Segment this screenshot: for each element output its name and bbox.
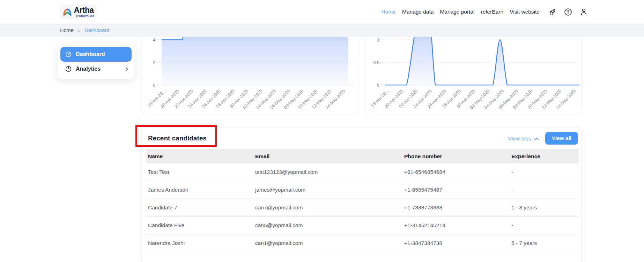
nav-icons: ? (548, 0, 588, 24)
main-nav: HomeManage dataManage portalreferEarnVis… (382, 0, 540, 24)
sidebar: DashboardAnalytics (58, 44, 134, 79)
nav-link-manage-data[interactable]: Manage data (402, 9, 434, 15)
recent-candidates-title: Recent candidates (148, 134, 207, 142)
y-axis-label: 1 (377, 38, 379, 43)
y-axis-label: 0 (153, 83, 155, 88)
nav-link-visit-website[interactable]: Visit website (510, 9, 540, 15)
help-icon[interactable]: ? (563, 7, 572, 16)
column-header-experience: Experience (510, 149, 579, 163)
table-row: Candidate 7can7@yopmail.com+1-7888778888… (146, 199, 579, 217)
svg-text:?: ? (567, 9, 569, 14)
breadcrumb-separator: > (78, 28, 81, 33)
recent-candidates-card: Recent candidates View less View all Nam… (142, 127, 582, 262)
cell-experience: - (510, 163, 579, 181)
sidebar-item-label: Dashboard (76, 51, 105, 57)
cell-name: Candidate Five (146, 217, 253, 234)
cell-phone: +91-6546854684 (402, 163, 510, 181)
cell-phone: +1-8585475487 (402, 181, 510, 199)
column-header-name: Name (146, 149, 253, 163)
y-axis-label: 0 (377, 83, 379, 88)
candidates-table-wrap: NameEmailPhone numberExperience Test Tes… (146, 149, 579, 252)
cell-experience: 5 - 7 years (510, 234, 579, 252)
logo-brand-text: Artha (74, 6, 94, 14)
breadcrumb-item-home[interactable]: Home (60, 28, 74, 33)
user-icon[interactable] (579, 7, 588, 16)
navbar: Artha by KNOVATOR HomeManage dataManage … (0, 0, 644, 24)
chevron-right-icon (125, 67, 128, 71)
table-header-row: NameEmailPhone numberExperience (146, 149, 579, 163)
artha-logo-icon (62, 8, 72, 16)
cell-phone: +1-7888778888 (402, 199, 510, 217)
recent-candidates-header: Recent candidates View less View all (142, 128, 581, 149)
column-header-email: Email (253, 149, 402, 163)
breadcrumb: Home>Dashboard (0, 24, 644, 37)
nav-link-manage-portal[interactable]: Manage portal (440, 9, 474, 15)
cell-email: test123123@yopmail.com (253, 163, 402, 181)
rocket-icon[interactable] (548, 7, 557, 16)
cell-email: can1@yopmail.com (253, 234, 402, 252)
sidebar-item-label: Analytics (76, 66, 101, 72)
y-axis-label: 4 (153, 38, 155, 43)
breadcrumb-item-dashboard[interactable]: Dashboard (84, 28, 109, 33)
y-axis-label: 2 (153, 60, 155, 65)
logo-sub-text: by KNOVATOR (74, 15, 94, 17)
pie-chart-icon (65, 66, 72, 72)
cell-experience: - (510, 217, 579, 234)
cell-experience: 1 - 3 years (510, 199, 579, 217)
nav-link-home[interactable]: Home (382, 9, 396, 15)
view-less-link[interactable]: View less (508, 136, 539, 142)
cell-name: Test Test (146, 163, 253, 181)
cell-name: Narendra Joshi (146, 234, 253, 252)
nav-link-referearn[interactable]: referEarn (481, 9, 504, 15)
app-logo[interactable]: Artha by KNOVATOR (60, 5, 96, 19)
cell-phone: +1-3847384738 (402, 234, 510, 252)
table-row: James Andersonjames@yopmail.com+1-858547… (146, 181, 579, 199)
candidates-table: NameEmailPhone numberExperience Test Tes… (146, 149, 579, 252)
cell-email: can5@yopmail.com (253, 217, 402, 234)
column-header-phone-number: Phone number (402, 149, 510, 163)
table-row: Candidate Fivecan5@yopmail.com+1-3145214… (146, 217, 579, 234)
cell-experience: - (510, 181, 579, 199)
area-chart-card-right: 00.5118-Apr-20...20-Apr-202522-Apr-20252… (365, 37, 582, 115)
area-chart-card-left: 02418-Apr-20...20-Apr-202522-Apr-202524-… (142, 37, 358, 115)
chevron-up-icon (534, 137, 539, 140)
y-axis-label: 0.5 (373, 60, 379, 65)
cell-name: James Anderson (146, 181, 253, 199)
table-row: Narendra Joshican1@yopmail.com+1-3847384… (146, 234, 579, 252)
area-fill (162, 37, 348, 85)
sidebar-item-analytics[interactable]: Analytics (60, 62, 132, 76)
view-all-button[interactable]: View all (545, 132, 578, 145)
gauge-icon (65, 51, 72, 58)
cell-phone: +1-31452145214 (402, 217, 510, 234)
table-row: Test Testtest123123@yopmail.com+91-65468… (146, 163, 579, 181)
cell-email: can7@yopmail.com (253, 199, 402, 217)
cell-name: Candidate 7 (146, 199, 253, 217)
sidebar-item-dashboard[interactable]: Dashboard (60, 47, 132, 62)
cell-email: james@yopmail.com (253, 181, 402, 199)
area-fill (385, 37, 579, 85)
